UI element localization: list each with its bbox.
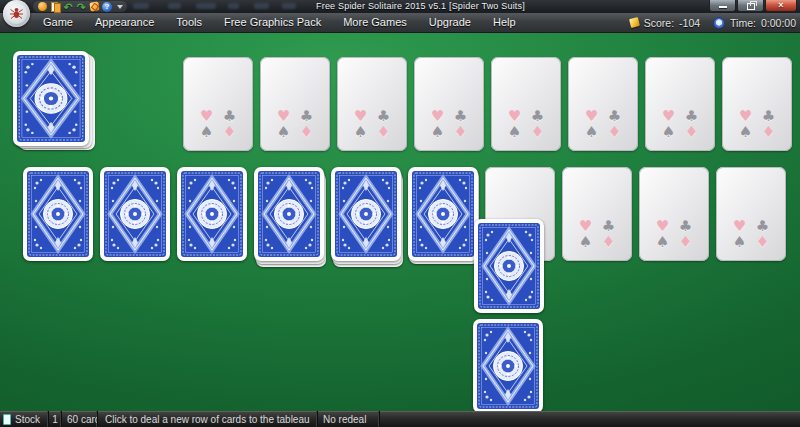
slot-suit-marks: ♥♣♠♦ — [577, 219, 618, 250]
background-window-ghost — [133, 3, 149, 9]
club-icon: ♣ — [677, 219, 695, 234]
status-message: Click to deal a new row of cards to the … — [98, 411, 318, 427]
tableau-slot[interactable]: ♥♣♠♦ — [716, 167, 786, 261]
heart-icon: ♥ — [506, 109, 524, 124]
menu-more-games[interactable]: More Games — [332, 13, 418, 32]
dealt-card[interactable] — [474, 219, 544, 313]
heart-icon: ♥ — [198, 109, 216, 124]
spade-icon: ♠ — [429, 125, 447, 140]
slot-suit-marks: ♥♣♠♦ — [275, 109, 316, 140]
facedown-card[interactable] — [177, 167, 247, 261]
facedown-card[interactable] — [254, 167, 324, 261]
menu-free-graphics-pack[interactable]: Free Graphics Pack — [213, 13, 332, 32]
window-title: Free Spider Solitaire 2015 v5.1 [Spider … — [316, 1, 525, 11]
spade-icon: ♠ — [660, 125, 678, 140]
close-icon: × — [778, 1, 783, 10]
status-redeal-text: No redeal — [323, 414, 366, 425]
window-controls: × — [709, 0, 797, 12]
quick-access-toolbar: ↶ ↷ ? — [33, 1, 127, 12]
restore-icon — [747, 3, 755, 10]
card-back-pattern — [477, 323, 539, 409]
club-icon: ♣ — [606, 109, 624, 124]
foundation-slot: ♥♣♠♦ — [337, 57, 407, 151]
new-game-icon[interactable] — [37, 2, 47, 12]
foundation-slot: ♥♣♠♦ — [183, 57, 253, 151]
redo-icon[interactable]: ↷ — [76, 2, 86, 12]
card-back-pattern — [181, 171, 243, 257]
slot-suit-marks: ♥♣♠♦ — [583, 109, 624, 140]
diamond-icon: ♦ — [754, 235, 772, 250]
time-label: Time: — [730, 17, 756, 29]
diamond-icon: ♦ — [298, 125, 316, 140]
menu-appearance[interactable]: Appearance — [84, 13, 165, 32]
spade-icon: ♠ — [198, 125, 216, 140]
menu-upgrade[interactable]: Upgrade — [418, 13, 482, 32]
menu-help[interactable]: Help — [482, 13, 527, 32]
diamond-icon: ♦ — [606, 125, 624, 140]
status-stock: Stock — [0, 411, 49, 427]
foundation-slot: ♥♣♠♦ — [491, 57, 561, 151]
score-value: -104 — [679, 17, 700, 29]
heart-icon: ♥ — [737, 109, 755, 124]
foundation-slot: ♥♣♠♦ — [722, 57, 792, 151]
card-back-pattern — [335, 171, 397, 257]
dealt-card[interactable] — [473, 319, 543, 413]
foundation-slot: ♥♣♠♦ — [260, 57, 330, 151]
status-bar: Stock 1 60 cards Click to deal a new row… — [0, 411, 800, 427]
tableau-slot[interactable]: ♥♣♠♦ — [562, 167, 632, 261]
minimize-button[interactable] — [709, 0, 736, 12]
score-icon — [629, 17, 640, 28]
cards-icon[interactable] — [50, 2, 60, 12]
spade-icon: ♠ — [583, 125, 601, 140]
clock-icon — [713, 17, 725, 29]
status-filler — [380, 411, 800, 427]
slot-suit-marks: ♥♣♠♦ — [352, 109, 393, 140]
diamond-icon: ♦ — [760, 125, 778, 140]
help-icon[interactable]: ? — [102, 2, 112, 12]
spider-icon — [6, 3, 27, 24]
spade-icon: ♠ — [654, 235, 672, 250]
background-window-ghost — [254, 3, 269, 9]
graphics-pack-icon[interactable] — [89, 2, 99, 12]
status-card-count-value: 60 cards — [67, 414, 98, 425]
slot-suit-marks: ♥♣♠♦ — [506, 109, 547, 140]
spade-icon: ♠ — [352, 125, 370, 140]
spade-icon: ♠ — [506, 125, 524, 140]
card-back-pattern — [27, 171, 89, 257]
diamond-icon: ♦ — [529, 125, 547, 140]
tableau-slot[interactable]: ♥♣♠♦ — [639, 167, 709, 261]
status-redeal: No redeal — [318, 411, 380, 427]
time-value: 0:00:00 — [761, 17, 796, 29]
stock-icon — [3, 414, 11, 425]
heart-icon: ♥ — [577, 219, 595, 234]
slot-suit-marks: ♥♣♠♦ — [660, 109, 701, 140]
close-button[interactable]: × — [765, 0, 797, 12]
club-icon: ♣ — [683, 109, 701, 124]
status-card-count: 60 cards — [62, 411, 98, 427]
club-icon: ♣ — [600, 219, 618, 234]
club-icon: ♣ — [375, 109, 393, 124]
spade-icon: ♠ — [737, 125, 755, 140]
slot-suit-marks: ♥♣♠♦ — [654, 219, 695, 250]
card-back-pattern — [104, 171, 166, 257]
facedown-card[interactable] — [408, 167, 478, 261]
restore-button[interactable] — [737, 0, 764, 12]
background-window-ghost — [168, 3, 181, 9]
background-window-ghost — [196, 3, 216, 9]
foundation-slot: ♥♣♠♦ — [645, 57, 715, 151]
menu-game[interactable]: Game — [32, 13, 84, 32]
facedown-card[interactable] — [23, 167, 93, 261]
stock-pile[interactable] — [13, 51, 89, 146]
minimize-icon — [719, 6, 727, 8]
card-back-pattern — [17, 55, 85, 142]
status-deal-count: 1 — [49, 411, 62, 427]
app-menu-orb[interactable] — [3, 0, 30, 27]
game-table: ♥♣♠♦♥♣♠♦♥♣♠♦♥♣♠♦♥♣♠♦♥♣♠♦♥♣♠♦♥♣♠♦ — [0, 0, 800, 427]
facedown-card[interactable] — [331, 167, 401, 261]
foundation-slot: ♥♣♠♦ — [568, 57, 638, 151]
qat-menu-icon[interactable] — [117, 5, 123, 9]
facedown-card[interactable] — [100, 167, 170, 261]
menu-tools[interactable]: Tools — [165, 13, 213, 32]
undo-icon[interactable]: ↶ — [63, 2, 73, 12]
card-back-pattern — [478, 223, 540, 309]
